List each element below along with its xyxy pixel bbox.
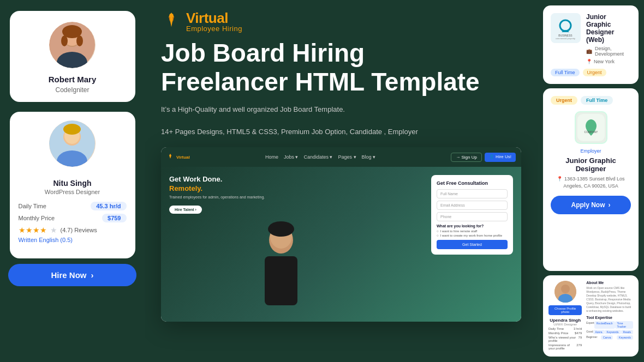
heading-line2: Freelancer HTML Template xyxy=(161,68,521,96)
ps-about-text: Work on Open source CMS like Wordpress, … xyxy=(586,286,633,313)
mini-hire-us-button[interactable]: 👤 Hire Us! xyxy=(485,153,516,162)
monthly-price-row: Monthly Price $759 xyxy=(19,214,127,222)
svg-text:commercial property: commercial property xyxy=(556,37,575,40)
mini-nav-jobs[interactable]: Jobs ▾ xyxy=(284,154,299,160)
ps-tools-title: Tool Expertise xyxy=(586,316,633,319)
apply-now-label: Apply Now xyxy=(571,201,605,209)
mini-consult-title: Get Free Consultation xyxy=(437,180,508,186)
mini-nav-candidates[interactable]: Candidates ▾ xyxy=(303,154,332,160)
profile-role-nitu: WordPress Designer xyxy=(19,189,127,195)
employer-company-logo-icon: COMPANY xyxy=(577,114,605,141)
hire-now-arrow-icon: › xyxy=(91,270,94,280)
employer-job-title: Junior Graphic Designer xyxy=(551,156,631,173)
employer-label: Employer xyxy=(551,148,631,154)
mini-hire-talent-button[interactable]: Hire Talent › xyxy=(169,206,202,214)
ps-monthly-value: $479 xyxy=(575,331,582,335)
monthly-price-label: Monthly Price xyxy=(19,215,55,221)
logo-icon xyxy=(161,11,182,32)
hire-now-button[interactable]: Hire Now › xyxy=(8,264,136,286)
ps-beginner-tool2: Keywords xyxy=(617,335,633,340)
heading-line1: Job Board Hiring xyxy=(161,39,521,68)
ps-good-row: Good Azera Keywords Reads xyxy=(586,330,633,334)
job-location: 📍 New York xyxy=(586,59,631,64)
mini-hero-text: Get Work Done. Remotely. Trained employe… xyxy=(169,175,265,214)
apply-now-arrow-icon: › xyxy=(609,201,611,209)
mini-nav-blog[interactable]: Blog ▾ xyxy=(362,154,376,160)
tag-fulltime[interactable]: Full Time xyxy=(551,69,580,76)
job-categories: Design, Development xyxy=(595,46,631,57)
svg-point-28 xyxy=(561,285,570,293)
address-pin-icon: 📍 xyxy=(557,176,563,182)
logo-virtual: Virtual xyxy=(186,11,242,25)
sub-text-2: 14+ Pages Designs, HTML5 & CSS3, Premium… xyxy=(161,126,521,138)
mini-fullname-field[interactable]: Full Name xyxy=(437,189,508,198)
avatar-nitu xyxy=(49,120,96,167)
tag-urgent[interactable]: Urgent xyxy=(583,69,606,76)
job-card-header: BUSINESS commercial property Junior Grap… xyxy=(551,13,631,64)
location-pin-icon: 📍 xyxy=(586,59,592,64)
mini-radio-option1[interactable]: ○I want to hire remote staff xyxy=(437,230,508,233)
mini-logo-icon xyxy=(166,153,174,161)
mini-nav-buttons: → Sign Up 👤 Hire Us! xyxy=(451,153,516,162)
job-meta: 💼 Design, Development xyxy=(586,46,631,57)
mini-nav-logo: Virtual xyxy=(166,153,190,161)
job-card-info: Junior Graphic Designer (Web) 💼 Design, … xyxy=(586,13,631,64)
mini-hero-title-line1: Get Work Done. xyxy=(169,175,265,184)
left-panel: Robert Mary CodeIgniter Nitu Singh WordP… xyxy=(0,0,145,362)
mini-nav-pages[interactable]: Pages ▾ xyxy=(338,154,356,160)
logo-text: Virtual Employee Hiring xyxy=(186,11,242,32)
employer-logo-wrap: COMPANY xyxy=(551,111,631,144)
right-panel: BUSINESS commercial property Junior Grap… xyxy=(538,0,644,362)
hire-now-label: Hire Now xyxy=(51,270,86,280)
ps-expert-label: Expert xyxy=(586,321,594,329)
ps-beginner-row: Beginner Canva Keywords xyxy=(586,335,633,340)
mini-email-field[interactable]: Email Address xyxy=(437,201,508,210)
ps-beginner-label: Beginner xyxy=(586,335,597,340)
ps-avatar xyxy=(554,281,576,303)
ps-expert-row: Expert RocketBeach Time Tracker xyxy=(586,321,633,329)
logo-area: Virtual Employee Hiring xyxy=(161,11,521,32)
ps-name: Upendra Singh xyxy=(548,318,582,323)
profile-card-robert: Robert Mary CodeIgniter xyxy=(10,11,135,102)
mini-nav: Virtual Home Jobs ▾ Candidates ▾ Pages ▾… xyxy=(161,147,521,167)
reviews-text: (4.7) Reviews xyxy=(61,227,97,233)
center-content: Virtual Employee Hiring Job Board Hiring… xyxy=(145,0,538,362)
mini-sign-up-button[interactable]: → Sign Up xyxy=(451,153,482,162)
employer-card: Urgent Full Time COMPANY Employer Junior… xyxy=(543,88,639,271)
profile-name-nitu: Nitu Singh xyxy=(19,179,127,188)
reviews-row: ★★★★★ (4.7) Reviews xyxy=(19,226,127,234)
badge-fulltime: Full Time xyxy=(581,96,613,105)
briefcase-icon: 💼 xyxy=(586,49,592,54)
apply-now-button[interactable]: Apply Now › xyxy=(551,196,631,214)
ps-good-label: Good xyxy=(586,330,593,334)
ps-viewed-row: Who's viewed your profile 79 xyxy=(548,336,582,342)
svg-point-5 xyxy=(61,35,68,46)
company-logo: BUSINESS commercial property xyxy=(551,13,581,43)
daily-time-label: Daily Time xyxy=(19,203,46,209)
avatar-robert xyxy=(49,22,96,68)
main-heading: Job Board Hiring Freelancer HTML Templat… xyxy=(161,39,521,96)
mini-consultation-form: Get Free Consultation Full Name Email Ad… xyxy=(431,175,513,255)
ps-monthly-label: Monthly Price xyxy=(548,331,568,335)
svg-point-20 xyxy=(268,221,294,237)
ps-daily-value: 3 hr/d xyxy=(574,327,582,330)
hero-person-image xyxy=(248,213,314,322)
sub-description: It’s a High-Quality and well organized J… xyxy=(161,104,521,138)
business-logo-icon: BUSINESS commercial property xyxy=(553,16,578,40)
ps-good-tool3: Reads xyxy=(621,330,633,334)
mini-phone-field[interactable]: Phone xyxy=(437,212,508,221)
job-title-top: Junior Graphic Designer (Web) xyxy=(586,13,631,44)
ps-impressions-label: Impressions of your profile xyxy=(548,343,576,350)
mini-hero-area: Get Work Done. Remotely. Trained employe… xyxy=(161,167,521,322)
employer-address: 📍 1363-1385 Sunset Blvd Los Angeles, CA … xyxy=(551,176,631,189)
ps-expert-tool2: Time Tracker xyxy=(615,321,634,329)
mini-get-started-button[interactable]: Get Started xyxy=(437,240,508,249)
ps-choose-photo-button[interactable]: Choose Profile photo xyxy=(548,305,582,315)
ps-about-title: About Me xyxy=(586,281,633,285)
mini-nav-home[interactable]: Home xyxy=(265,154,278,160)
logo-employee: Employee Hiring xyxy=(186,25,242,32)
profile-name-robert: Robert Mary xyxy=(49,75,97,84)
mini-radio-option2[interactable]: ○I want to create my work from home prof… xyxy=(437,234,508,237)
written-english: Written English (0.5) xyxy=(19,237,127,243)
profile-card-nitu: Nitu Singh WordPress Designer Daily Time… xyxy=(10,112,135,258)
